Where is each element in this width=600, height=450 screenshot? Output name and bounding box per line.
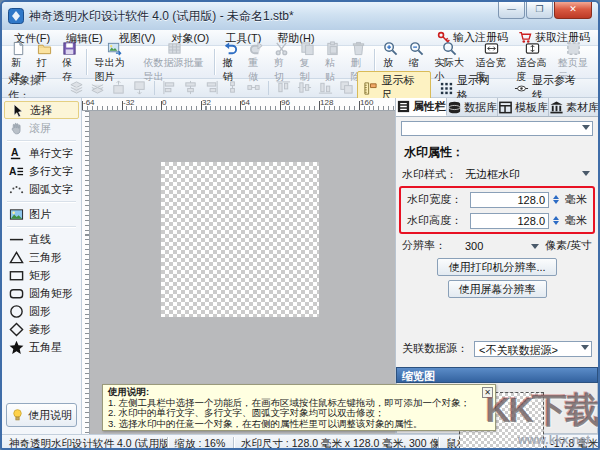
width-row: 水印宽度： 128.0 毫米 xyxy=(401,189,593,210)
tool-rounded-rect[interactable]: 圆角矩形 xyxy=(2,284,81,302)
status-app-name: 神奇透明水印设计软件 4.0 (试用版) xyxy=(2,437,167,450)
picture-icon xyxy=(9,207,24,222)
tab-material-tab[interactable]: 素材库 xyxy=(549,98,600,116)
help-button-label: 使用说明 xyxy=(28,408,72,423)
tab-label: 素材库 xyxy=(566,100,599,115)
object-select-combo[interactable] xyxy=(401,121,593,136)
op-align-left-button xyxy=(159,79,180,98)
layer-up-icon xyxy=(111,80,126,95)
resolution-combo[interactable]: 300 xyxy=(465,240,541,252)
copy-pages-icon xyxy=(300,41,315,56)
instructions-lines: 1. 左侧工具栏中选择一个功能后，在画布区域按住鼠标左键拖动，即可添加一个对象；… xyxy=(108,398,481,430)
tool-triangle[interactable]: 三角形 xyxy=(2,248,81,266)
undo-arrow-icon xyxy=(223,41,238,56)
tool-single-line-text[interactable]: A单行文字 xyxy=(2,144,81,162)
height-label: 水印高度： xyxy=(407,213,470,228)
height-input[interactable]: 128.0 xyxy=(470,213,549,229)
get-code-label: 获取注册码 xyxy=(535,30,590,45)
tool-label: 矩形 xyxy=(29,268,51,283)
spin-up-icon xyxy=(553,192,559,199)
layer-front-icon xyxy=(69,80,84,95)
trash-icon xyxy=(351,41,366,56)
height-row: 水印高度： 128.0 毫米 xyxy=(401,210,593,231)
full-page-icon xyxy=(566,41,581,56)
op-layer-down-button xyxy=(129,79,150,98)
resolution-row: 分辨率： 300 像素/英寸 xyxy=(396,235,598,256)
chevron-down-icon xyxy=(531,244,539,253)
tab-db-tab[interactable]: 数据库 xyxy=(447,98,498,116)
chevron-down-icon xyxy=(582,125,590,134)
scissors-icon xyxy=(274,41,289,56)
grid-icon xyxy=(439,81,454,96)
tooltip-close-icon[interactable]: ✕ xyxy=(482,387,493,398)
datasource-row: 关联数据源： <不关联数据源> xyxy=(396,338,598,359)
style-value: 无边框水印 xyxy=(465,167,520,182)
datasource-combo[interactable]: <不关联数据源> xyxy=(474,341,592,357)
tab-template-tab[interactable]: 模板库 xyxy=(498,98,549,116)
tool-label: 圆弧文字 xyxy=(29,182,73,197)
op-align-bottom-button xyxy=(315,79,336,98)
rectangle-icon xyxy=(9,268,24,283)
height-stepper[interactable] xyxy=(550,213,561,229)
app-icon xyxy=(8,8,24,24)
layer-back-icon xyxy=(90,80,105,95)
thumbnail-header: 缩览图 xyxy=(396,367,598,383)
spin-down-icon xyxy=(553,221,559,228)
chevron-down-icon xyxy=(581,345,589,354)
tool-picture[interactable]: 图片 xyxy=(2,205,81,223)
ruler-label: -32 xyxy=(123,98,135,107)
maximize-button[interactable]: ❐ xyxy=(526,2,553,19)
minimize-button[interactable]: — xyxy=(498,2,525,19)
close-button[interactable]: ✕ xyxy=(554,2,592,19)
triangle-icon xyxy=(9,250,24,265)
use-screen-resolution-button[interactable]: 使用屏幕分辨率 xyxy=(448,280,547,298)
paste-clipboard-icon xyxy=(325,41,340,56)
watermark-artboard[interactable] xyxy=(161,162,319,317)
resolution-unit: 像素/英寸 xyxy=(545,238,592,253)
right-panel-tabs: 属性栏数据库模板库素材库 xyxy=(396,98,598,117)
usage-instructions-tooltip: 使用说明: 1. 左侧工具栏中选择一个功能后，在画布区域按住鼠标左键拖动，即可添… xyxy=(102,384,496,431)
align-center-h-icon xyxy=(183,80,198,95)
tool-circle[interactable]: 圆形 xyxy=(2,302,81,320)
style-combo[interactable]: 无边框水印 xyxy=(465,167,592,182)
instructions-title: 使用说明: xyxy=(108,387,481,398)
width-input[interactable]: 128.0 xyxy=(470,192,549,208)
tool-label: 多行文字 xyxy=(29,164,73,179)
circle-icon xyxy=(9,304,24,319)
tool-separator xyxy=(7,140,76,141)
toolbar-undo-arrow-button[interactable]: 撤销 xyxy=(218,47,244,78)
toolbar-export-image-button[interactable]: 导出为图片 xyxy=(90,47,139,78)
spin-up-icon xyxy=(553,213,559,220)
same-size-icon xyxy=(339,80,354,95)
tool-hand: 滚屏 xyxy=(2,119,81,137)
instruction-line: 2. 水印中的单行文字、多行文字、圆弧文字对象均可以双击修改； xyxy=(108,408,481,419)
width-stepper[interactable] xyxy=(550,192,561,208)
cursor-arrow-icon xyxy=(10,103,25,118)
fit-width-icon xyxy=(484,41,499,56)
op-layer-back-button xyxy=(87,79,108,98)
tool-label: 菱形 xyxy=(29,322,51,337)
tab-label: 模板库 xyxy=(515,100,548,115)
resolution-value: 300 xyxy=(465,240,483,252)
tool-rectangle[interactable]: 矩形 xyxy=(2,266,81,284)
tool-diamond[interactable]: 菱形 xyxy=(2,320,81,338)
hand-icon xyxy=(9,121,24,136)
use-printer-resolution-button[interactable]: 使用打印机分辨率... xyxy=(437,258,556,276)
tool-star[interactable]: 五角星 xyxy=(2,338,81,356)
toolbar-separator xyxy=(86,49,87,75)
tool-arc-text[interactable]: 圆弧文字 xyxy=(2,180,81,198)
props-tab-icon xyxy=(396,99,411,114)
tool-line[interactable]: 直线 xyxy=(2,230,81,248)
op-align-middle-button xyxy=(294,79,315,98)
tool-cursor-arrow[interactable]: 选择 xyxy=(4,101,79,119)
toolbar-scissors-button: 剪切 xyxy=(269,47,295,78)
datasource-label: 关联数据源： xyxy=(402,341,474,356)
tool-multi-line-text[interactable]: A多行文字 xyxy=(2,162,81,180)
ruler-label: 0 xyxy=(162,98,166,107)
watermark-properties-title: 水印属性： xyxy=(396,138,598,164)
resolution-label: 分辨率： xyxy=(402,238,465,253)
help-button[interactable]: 使用说明 xyxy=(6,403,77,427)
tab-props-tab[interactable]: 属性栏 xyxy=(396,98,447,116)
guides-icon xyxy=(514,81,529,96)
vertical-ruler xyxy=(82,111,90,434)
